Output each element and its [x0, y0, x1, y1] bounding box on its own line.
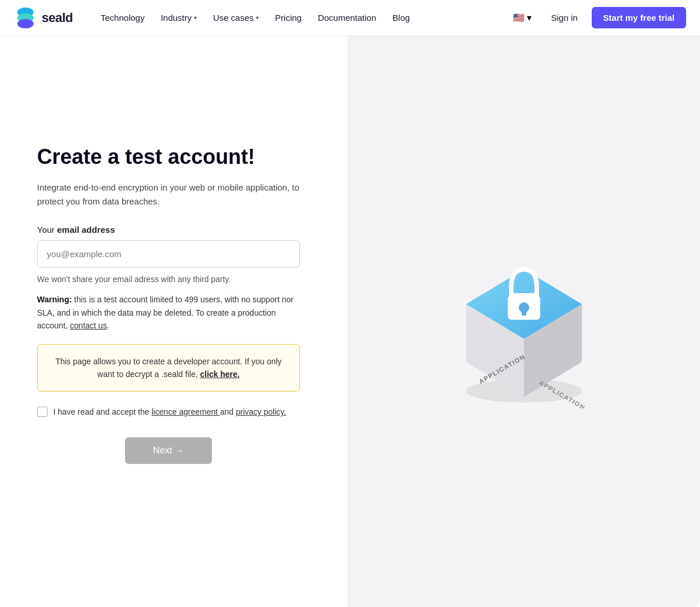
nav-industry[interactable]: Industry ▾	[154, 8, 204, 27]
nav-technology[interactable]: Technology	[94, 8, 152, 27]
flag-icon: 🇺🇸	[513, 12, 525, 23]
privacy-link[interactable]: privacy policy.	[236, 407, 286, 416]
use-cases-chevron-icon: ▾	[256, 14, 259, 21]
logo-link[interactable]: seald	[14, 6, 73, 30]
page-title: Create a test account!	[37, 144, 310, 169]
nav-use-cases[interactable]: Use cases ▾	[206, 8, 266, 27]
licence-link[interactable]: licence agreement	[152, 407, 220, 416]
nav-right: 🇺🇸 ▾ Sign in Start my free trial	[507, 7, 686, 28]
logo-icon	[14, 6, 37, 30]
nav-pricing[interactable]: Pricing	[268, 8, 309, 27]
lock-illustration: APPLICATION APPLICATION	[431, 235, 617, 408]
contact-us-link[interactable]: contact us	[70, 321, 107, 330]
start-free-trial-button[interactable]: Start my free trial	[592, 7, 686, 28]
nav-links: Technology Industry ▾ Use cases ▾ Pricin…	[94, 8, 507, 27]
illustration-svg: APPLICATION APPLICATION	[431, 235, 617, 408]
terms-checkbox[interactable]	[37, 407, 47, 417]
sign-in-link[interactable]: Sign in	[544, 8, 585, 27]
checkbox-row: I have read and accept the licence agree…	[37, 405, 300, 418]
click-here-link[interactable]: click here.	[200, 370, 240, 379]
svg-point-2	[17, 19, 34, 28]
language-selector[interactable]: 🇺🇸 ▾	[507, 9, 537, 27]
terms-label: I have read and accept the licence agree…	[53, 405, 286, 418]
info-box: This page allows you to create a develop…	[37, 344, 300, 392]
next-button[interactable]: Next →	[125, 437, 211, 464]
subtitle: Integrate end-to-end encryption in your …	[37, 181, 310, 209]
next-button-wrapper: Next →	[37, 437, 300, 464]
nav-documentation[interactable]: Documentation	[311, 8, 383, 27]
email-input[interactable]	[37, 240, 300, 268]
navbar: seald Technology Industry ▾ Use cases ▾ …	[0, 0, 700, 36]
email-label: Your email address	[37, 225, 310, 235]
logo-text: seald	[42, 10, 73, 25]
language-chevron-icon: ▾	[527, 12, 532, 23]
right-panel: APPLICATION APPLICATION	[347, 36, 700, 607]
left-panel: Create a test account! Integrate end-to-…	[0, 36, 347, 607]
main-container: Create a test account! Integrate end-to-…	[0, 36, 700, 607]
no-share-text: We won't share your email adress with an…	[37, 275, 310, 284]
industry-chevron-icon: ▾	[194, 14, 197, 21]
nav-blog[interactable]: Blog	[386, 8, 417, 27]
svg-rect-9	[522, 310, 526, 316]
warning-text: Warning: this is a test account limited …	[37, 293, 300, 332]
